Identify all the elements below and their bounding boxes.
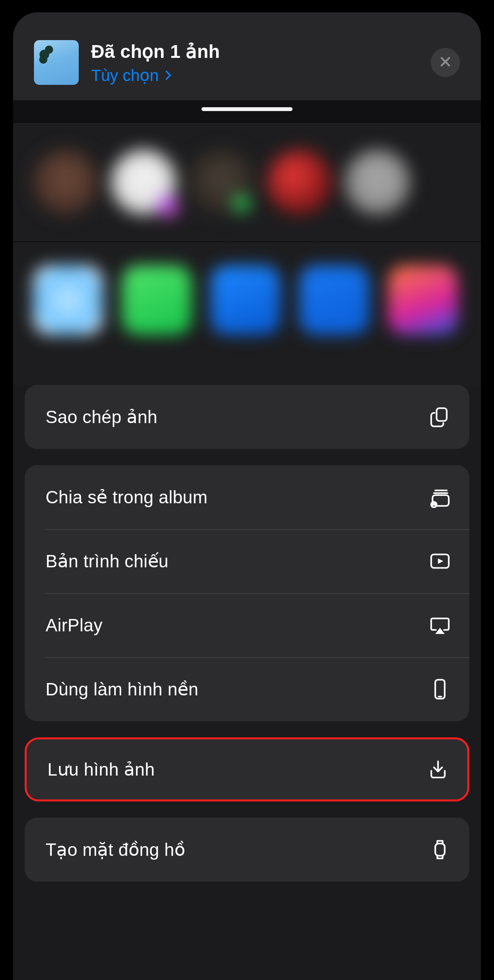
share-sheet-header: Đã chọn 1 ảnh Tùy chọn (13, 12, 481, 100)
share-contact-avatar[interactable] (345, 150, 410, 214)
selected-photo-thumbnail[interactable] (34, 40, 79, 85)
share-contact-avatar[interactable] (267, 150, 332, 214)
share-targets-area (13, 123, 481, 385)
slideshow-button[interactable]: Bản trình chiếu (25, 529, 469, 593)
copy-icon (429, 406, 451, 428)
selection-title: Đã chọn 1 ảnh (91, 40, 431, 62)
row-label: Tạo mặt đồng hồ (46, 839, 185, 860)
close-button[interactable] (431, 48, 460, 77)
share-apps-row[interactable] (22, 242, 472, 377)
underlying-home-indicator (13, 100, 481, 123)
shared-album-icon (429, 486, 451, 508)
header-text-block: Đã chọn 1 ảnh Tùy chọn (91, 40, 431, 85)
share-contact-avatar[interactable] (111, 150, 176, 214)
close-icon (439, 55, 452, 70)
share-app-instagram[interactable] (388, 265, 458, 335)
row-label: Bản trình chiếu (46, 551, 169, 572)
iphone-icon (429, 678, 451, 700)
row-label: Dùng làm hình nền (46, 679, 198, 700)
action-group-watch: Tạo mặt đồng hồ (25, 818, 469, 882)
action-group-save-highlighted: Lưu hình ảnh (25, 737, 469, 801)
options-label: Tùy chọn (91, 66, 159, 85)
row-label: Sao chép ảnh (46, 407, 157, 427)
apple-watch-icon (429, 839, 451, 860)
share-app-zalo[interactable] (211, 265, 280, 335)
create-watch-face-button[interactable]: Tạo mặt đồng hồ (25, 818, 469, 882)
svg-rect-7 (435, 843, 445, 856)
airplay-button[interactable]: AirPlay (25, 593, 469, 657)
actions-list: Sao chép ảnh Chia sẻ trong album (13, 385, 481, 882)
save-image-button[interactable]: Lưu hình ảnh (27, 739, 467, 800)
row-label: Lưu hình ảnh (47, 759, 155, 780)
share-app-messages[interactable] (122, 265, 191, 335)
chevron-right-icon (162, 69, 174, 81)
download-icon (427, 759, 449, 780)
action-group-main: Chia sẻ trong album Bản trình chiếu (25, 465, 469, 721)
svg-rect-0 (436, 408, 447, 421)
share-contact-avatar[interactable] (189, 150, 254, 214)
play-rect-icon (429, 550, 451, 572)
action-group-copy: Sao chép ảnh (25, 385, 469, 449)
share-app-airdrop[interactable] (33, 265, 103, 335)
share-people-row[interactable] (22, 150, 472, 241)
device-frame: Đã chọn 1 ảnh Tùy chọn (0, 0, 494, 980)
airplay-icon (429, 614, 451, 636)
share-in-album-button[interactable]: Chia sẻ trong album (25, 465, 469, 529)
row-label: AirPlay (46, 615, 103, 636)
options-button[interactable]: Tùy chọn (91, 66, 174, 85)
use-as-wallpaper-button[interactable]: Dùng làm hình nền (25, 657, 469, 721)
share-contact-avatar[interactable] (33, 150, 98, 214)
copy-photo-button[interactable]: Sao chép ảnh (25, 385, 469, 449)
share-sheet: Đã chọn 1 ảnh Tùy chọn (13, 12, 481, 980)
share-app-facebook[interactable] (299, 265, 369, 335)
row-label: Chia sẻ trong album (46, 487, 208, 508)
